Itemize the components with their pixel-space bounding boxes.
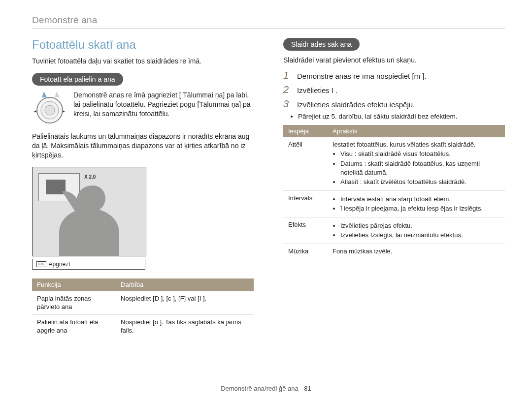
step-text: Izvēlieties slaidrādes efektu iespēju. bbox=[297, 99, 415, 110]
table-row: Intervāls Intervāla iestatī ana starp fo… bbox=[283, 190, 505, 217]
cell-action: Nospiediet [o ]. Tas tiks saglabāts kā j… bbox=[116, 314, 254, 338]
cell-description: Fona mūzikas izvēle. bbox=[328, 244, 505, 258]
table-row: Palielin ātā fotoatt ēla apgrie ana Nosp… bbox=[32, 314, 254, 338]
cell-option: Intervāls bbox=[283, 190, 328, 217]
enlarge-pill: Fotoatt ēla palielin ā ana bbox=[32, 73, 123, 86]
slideshow-intro: Slaidrādei varat pievienot efektus un sk… bbox=[283, 56, 505, 65]
preview-frame: X 2.0 bbox=[32, 167, 146, 256]
section-title: Fotoattēlu skatī ana bbox=[32, 38, 254, 52]
th-description: Apraksts bbox=[328, 125, 505, 137]
list-item: Visu : skatīt slaidrādē visus fotoattēlu… bbox=[340, 150, 500, 158]
step-note-list: Pārejiet uz 5. darbību, lai sāktu slaidr… bbox=[298, 113, 505, 120]
table-row: Attēli Iestatiet fotoattēlus, kurus vēla… bbox=[283, 137, 505, 190]
cell-option: Efekts bbox=[283, 217, 328, 244]
page-header: Demonstrē ana bbox=[32, 15, 505, 26]
cell-action: Nospiediet [D ], [c ], [F] vai [I ]. bbox=[116, 291, 254, 314]
list-item: Atlasīt : skatīt izvēlētos fotoattēlus s… bbox=[340, 178, 500, 186]
step-2: 2 Izvēlieties I . bbox=[283, 84, 505, 95]
step-number: 1 bbox=[283, 70, 290, 81]
step-1: 1 Demonstrē anas re īmā nospiediet [m ]. bbox=[283, 70, 505, 81]
cell-option: Attēli bbox=[283, 137, 328, 190]
function-table: Funkcija Darbība Papla inātās zonas pārv… bbox=[32, 278, 254, 338]
list-item: Izvēlieties pārejas efektu. bbox=[340, 221, 500, 230]
list-item: Datums : skatīt slaidrādē fotoattēlus, k… bbox=[340, 159, 500, 177]
cell-description: Intervāla iestatī ana starp fotoatt ēlie… bbox=[328, 190, 505, 217]
step-3: 3 Izvēlieties slaidrādes efektu iespēju. bbox=[283, 98, 505, 110]
slideshow-pill: Slaidr ādes sāk ana bbox=[283, 38, 360, 51]
left-column: Fotoattēlu skatī ana Tuviniet fotoattēla… bbox=[32, 38, 254, 338]
intro-text: Tuviniet fotoattēla daļu vai skatiet tos… bbox=[32, 57, 254, 66]
cell-function: Palielin ātā fotoatt ēla apgrie ana bbox=[32, 314, 116, 338]
list-item: Intervāla iestatī ana starp fotoatt ēlie… bbox=[340, 195, 500, 204]
zoom-indicator: X 2.0 bbox=[84, 174, 96, 180]
camera-dial-icon: ◀ ▶ bbox=[32, 91, 67, 125]
step-number: 3 bbox=[283, 98, 290, 110]
th-action: Darbība bbox=[116, 278, 254, 291]
preview-caption: OK Apgriezt bbox=[32, 259, 145, 270]
cell-function: Papla inātās zonas pārvieto ana bbox=[32, 291, 116, 314]
step-text: Demonstrē anas re īmā nospiediet [m ]. bbox=[297, 71, 427, 81]
options-table: Iespēja Apraksts Attēli Iestatiet fotoat… bbox=[283, 125, 505, 258]
table-row: Papla inātās zonas pārvieto ana Nospiedi… bbox=[32, 291, 254, 314]
desc-lead: Iestatiet fotoattēlus, kurus vēlaties sk… bbox=[332, 141, 475, 148]
list-item: ī iespēja ir pieejama, ja efektu iesp ēj… bbox=[340, 204, 500, 213]
cell-description: Iestatiet fotoattēlus, kurus vēlaties sk… bbox=[328, 137, 505, 190]
page-number: 81 bbox=[304, 385, 311, 392]
desc-lead: Fona mūzikas izvēle. bbox=[332, 247, 392, 255]
cell-description: Izvēlieties pārejas efektu. Izvēlieties … bbox=[328, 217, 505, 244]
list-item: Izvēlieties Izslēgts, lai neizmantotu ef… bbox=[340, 231, 500, 240]
step-number: 2 bbox=[283, 84, 290, 95]
svg-point-2 bbox=[45, 105, 55, 115]
header-rule bbox=[32, 29, 505, 29]
silhouette-icon bbox=[54, 180, 135, 256]
table-row: Mūzika Fona mūzikas izvēle. bbox=[283, 244, 505, 258]
zoom-paragraph: Palielinātais laukums un tālummaiņas dia… bbox=[32, 132, 254, 160]
ok-icon: OK bbox=[36, 261, 46, 267]
page-footer: Demonstrē ana/redi ģē ana 81 bbox=[0, 385, 532, 392]
svg-text:◀: ◀ bbox=[34, 110, 36, 113]
step-text: Izvēlieties I . bbox=[297, 85, 338, 95]
th-function: Funkcija bbox=[32, 278, 116, 291]
cell-option: Mūzika bbox=[283, 244, 328, 258]
svg-text:▶: ▶ bbox=[63, 110, 65, 113]
th-option: Iespēja bbox=[283, 125, 328, 137]
caption-text: Apgriezt bbox=[49, 261, 70, 268]
dial-instructions: Demonstrē anas re īmā pagrieziet [ Tālum… bbox=[73, 91, 254, 119]
footer-text: Demonstrē ana/redi ģē ana bbox=[221, 385, 299, 392]
right-column: Slaidr ādes sāk ana Slaidrādei varat pie… bbox=[283, 38, 505, 338]
table-row: Efekts Izvēlieties pārejas efektu. Izvēl… bbox=[283, 217, 505, 244]
step-note: Pārejiet uz 5. darbību, lai sāktu slaidr… bbox=[298, 113, 505, 120]
